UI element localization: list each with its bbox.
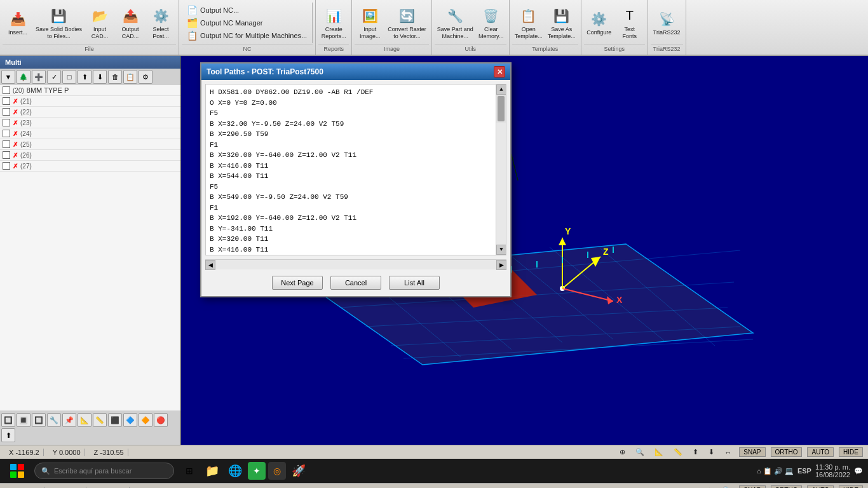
select-post-button[interactable]: ⚙️ SelectPost... [146,4,176,41]
panel-tool-down[interactable]: ⬇ [93,70,107,84]
notification-icon[interactable]: 💬 [854,467,863,475]
bottom-tool-9[interactable]: 🔷 [123,413,137,427]
next-page-button[interactable]: Next Page [272,276,323,290]
checkbox-27[interactable] [3,162,10,170]
save-part-button[interactable]: 🔧 Save Part andMachine... [435,4,476,41]
viewport-3d[interactable]: X Y Z Tool Paths - POST: TriaPost7 [181,56,868,445]
hide-button-2[interactable]: HIDE [839,485,863,488]
code-line-14: B Y=-341.00 T11 [210,224,492,234]
tree-item-24[interactable]: ✗ (24) [0,128,180,139]
output-nc-manager-item[interactable]: 🗂️ Output NC Manager [184,17,309,29]
hscroll-track[interactable] [215,260,496,269]
left-panel: Multi ▼ 🌲 ➕ ✓ □ ⬆ ⬇ 🗑 📋 ⚙ (20) 8MM TYPE … [0,56,181,445]
scrollbar-down-button[interactable]: ▼ [496,245,506,255]
panel-tool-check[interactable]: ✓ [47,70,61,84]
panel-tool-tree[interactable]: 🌲 [17,70,31,84]
checkbox-24[interactable] [3,130,10,137]
bottom-tool-1[interactable]: 🔲 [1,413,15,427]
tree-item-22[interactable]: ✗ (22) [0,107,180,118]
tree-item-21[interactable]: ✗ (21) [0,96,180,107]
toolpaths-modal[interactable]: Tool Paths - POST: TriaPost7500 ✕ H DX58… [200,62,512,297]
panel-header: Multi [0,56,180,69]
tria-button[interactable]: 📡 TriaRS232 [651,8,683,37]
app-icon-dark-1[interactable]: ◎ [268,462,286,480]
bottom-tool-10[interactable]: 🔶 [139,413,153,427]
save-solid-button[interactable]: 💾 Save Solid Bodiesto Files... [33,4,85,41]
panel-tool-copy[interactable]: 📋 [123,70,137,84]
bottom-tool-8[interactable]: ⬛ [108,413,122,427]
hscroll-right-button[interactable]: ▶ [496,260,506,270]
output-cad-button[interactable]: 📤 OutputCAD... [115,4,146,41]
ortho-button-2[interactable]: ORTHO [771,485,803,488]
hide-button[interactable]: HIDE [839,447,863,457]
scrollbar-up-button[interactable]: ▲ [496,85,506,95]
snap-button[interactable]: SNAP [739,447,765,457]
tree-item-26[interactable]: ✗ (26) [0,150,180,161]
open-template-button[interactable]: 📋 OpenTemplate... [512,4,545,41]
rocket-icon-1[interactable]: 🚀 [288,461,309,481]
app-icon-green-1[interactable]: ✦ [248,462,266,480]
search-bar-1[interactable]: 🔍 Escribe aquí para buscar [34,463,174,479]
bottom-tool-5[interactable]: 📌 [62,413,76,427]
panel-tool-expand[interactable]: ▼ [1,70,15,84]
modal-scrollbar[interactable]: ▲ ▼ [496,85,506,255]
configure-label: Configure [587,29,611,36]
tree-item-27[interactable]: ✗ (27) [0,161,180,172]
select-post-icon: ⚙️ [151,6,171,26]
bottom-tool-7[interactable]: 📏 [93,413,107,427]
clear-memory-button[interactable]: 🗑️ ClearMemory... [476,4,506,41]
checkbox-23[interactable] [3,119,10,126]
panel-tool-delete[interactable]: 🗑 [108,70,122,84]
hscroll-left-button[interactable]: ◀ [205,260,215,270]
insert-button[interactable]: 📥 Insert... [3,8,33,37]
input-cad-button[interactable]: 📂 InputCAD... [85,4,115,41]
checkbox-22[interactable] [3,108,10,116]
scrollbar-thumb[interactable] [498,96,505,121]
configure-button[interactable]: ⚙️ Configure [584,8,614,37]
tree-item-23[interactable]: ✗ (23) [0,118,180,128]
panel-tool-uncheck[interactable]: □ [62,70,76,84]
item-num-23: (23) [20,119,32,126]
bottom-tool-11[interactable]: 🔴 [154,413,168,427]
auto-button[interactable]: AUTO [807,447,834,457]
panel-tool-gear[interactable]: ⚙ [139,70,153,84]
list-all-button[interactable]: List All [389,276,440,290]
toolbar-section-top-templates: 📋 OpenTemplate... 💾 Save AsTemplate... [512,1,578,44]
bottom-tool-12[interactable]: ⬆ [1,428,15,442]
bottom-tool-3[interactable]: 🔲 [32,413,46,427]
panel-tool-up[interactable]: ⬆ [78,70,92,84]
output-nc-item[interactable]: 📄 Output NC... [184,4,309,17]
start-button-1[interactable] [5,459,29,483]
output-nc-multiple-item[interactable]: 📋 Output NC for Multiple Machines... [184,29,309,42]
checkbox-25[interactable] [3,140,10,148]
modal-title: Tool Paths - POST: TriaPost7500 [207,67,323,76]
input-image-button[interactable]: 🖼️ InputImage... [355,4,385,41]
auto-button-2[interactable]: AUTO [807,485,834,488]
modal-close-button[interactable]: ✕ [494,66,505,78]
tree-item-20[interactable]: (20) 8MM TYPE P [0,85,180,96]
create-reports-button[interactable]: 📊 CreateReports... [318,4,349,41]
tree-item-25[interactable]: ✗ (25) [0,139,180,150]
save-as-template-button[interactable]: 💾 Save AsTemplate... [545,4,578,41]
clear-memory-label: ClearMemory... [478,26,503,40]
snap-button-2[interactable]: SNAP [739,485,765,488]
text-fonts-button[interactable]: T TextFonts [614,4,645,41]
explorer-icon-1[interactable]: 📁 [202,461,222,481]
panel-tool-add[interactable]: ➕ [32,70,46,84]
bottom-tool-6[interactable]: 📐 [78,413,92,427]
bottom-tool-2[interactable]: 🔳 [17,413,31,427]
cancel-button[interactable]: Cancel [330,276,381,290]
checkbox-26[interactable] [3,151,10,159]
checkbox-20[interactable] [3,86,10,94]
chrome-icon-1[interactable]: 🌐 [225,461,245,481]
convert-raster-button[interactable]: 🔄 Convert Rasterto Vector... [385,4,429,41]
item-label-20: 8MM TYPE P [27,86,178,94]
clock-1[interactable]: 11:30 p. m. 16/08/2022 [815,463,850,478]
ortho-button[interactable]: ORTHO [771,447,803,457]
task-view-icon[interactable]: ⊞ [179,461,200,481]
code-line-1: H DX581.00 DY862.00 DZ19.00 -AB R1 /DEF [210,87,492,98]
modal-hscrollbar[interactable]: ◀ ▶ [205,259,506,269]
taskbar-icons-1: ⊞ 📁 🌐 ✦ ◎ 🚀 [179,461,309,481]
checkbox-21[interactable] [3,97,10,105]
bottom-tool-4[interactable]: 🔧 [47,413,61,427]
